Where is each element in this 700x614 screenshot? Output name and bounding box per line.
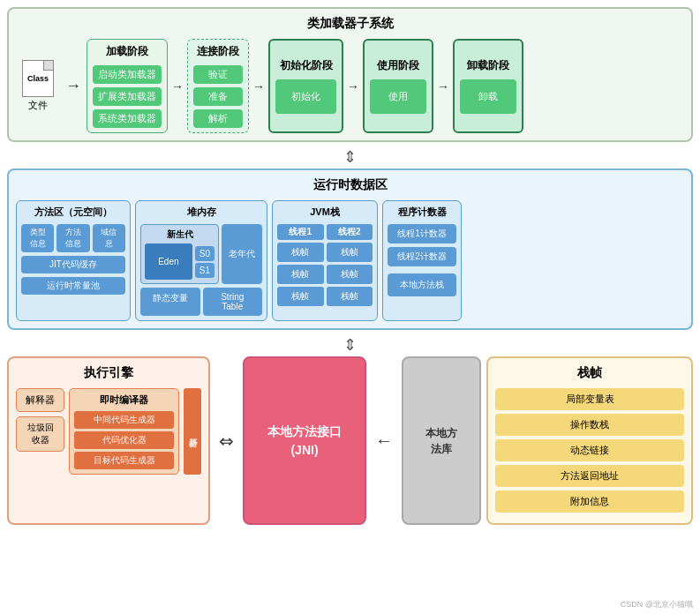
eden: Eden (145, 243, 192, 280)
runtime-inner: 方法区（元空间） 类型 信息 方法 信息 域信 息 JIT代码缓存 运行时常量池… (16, 200, 684, 321)
native-lib: 本地方 法库 (402, 356, 481, 525)
thread1-frame2: 栈帧 (277, 265, 324, 284)
young-inner: Eden S0 S1 (145, 243, 215, 280)
thread2-col: 线程2 栈帧 栈帧 栈帧 (327, 224, 373, 306)
old-gen: 老年代 (222, 224, 262, 284)
interpreter-label: 解释器 (24, 393, 56, 407)
phase-arrow-2: → (252, 79, 265, 94)
unload-phase: 卸载阶段 卸载 (453, 39, 523, 133)
connect-phase-title: 连接阶段 (197, 44, 239, 59)
unload-item-0: 卸载 (460, 79, 516, 114)
jvm-stack-title: JVM栈 (277, 206, 373, 219)
class-to-phases-arrow: → (65, 77, 81, 95)
connect-phase: 连接阶段 验证 准备 解析 (187, 39, 249, 133)
phase-arrow-3: → (347, 79, 359, 94)
method-area-jit: JIT代码缓存 (21, 256, 125, 273)
watermark: CSDN @北京小猫哦 (621, 599, 693, 610)
jit-item-1: 代码优化器 (74, 431, 174, 449)
class-loader-section: 类加载器子系统 Class 文件 → 加载阶段 启动类加载器 扩展类加载器 系统… (7, 7, 693, 142)
method-area-method: 方法 信息 (56, 224, 89, 252)
heap-bottom: 静态变量 String Table (140, 288, 262, 316)
exec-to-jni-arrow: ⇔ (215, 356, 237, 525)
class-file-box: Class 文件 (16, 60, 60, 112)
load-phase-title: 加载阶段 (106, 44, 148, 59)
stack-frame-item-3: 方法返回地址 (495, 465, 684, 487)
phases-container: 加载阶段 启动类加载器 扩展类加载器 系统类加载器 → 连接阶段 验证 准备 解… (87, 39, 684, 133)
jit-item-2: 目标代码生成器 (74, 452, 174, 469)
thread1-label: 线程1 (277, 224, 324, 240)
bottom-section: 执行引擎 解释器 垃圾回 收器 即时编译器 中间代码生成器 代码优化器 目标代码… (7, 356, 693, 525)
young-gen: 新生代 Eden S0 S1 (140, 224, 219, 284)
thread1-frame3: 栈帧 (277, 287, 324, 306)
jni-title: 本地方法接口 (JNI) (267, 423, 342, 460)
heap-string: String Table (203, 288, 263, 316)
jit-compiler: 即时编译器 中间代码生成器 代码优化器 目标代码生成器 (69, 388, 179, 475)
init-phase-title: 初始化阶段 (280, 58, 333, 73)
s-stack: S0 S1 (195, 246, 215, 278)
heap-static: 静态变量 (140, 288, 200, 316)
use-phase: 使用阶段 使用 (363, 39, 433, 133)
pc-title: 程序计数器 (388, 206, 456, 219)
thread2-label: 线程2 (327, 224, 373, 240)
heap-panel: 堆内存 新生代 Eden S0 S1 老年代 静态变量 (135, 200, 267, 321)
exec-engine-title: 执行引擎 (16, 365, 201, 381)
stack-frame-item-0: 局部变量表 (495, 388, 684, 410)
load-item-0: 启动类加载器 (93, 65, 162, 84)
heap-title: 堆内存 (140, 206, 262, 219)
class-loader-title: 类加载器子系统 (16, 16, 684, 32)
method-area-field: 域信 息 (93, 224, 125, 252)
native-lib-title: 本地方 法库 (425, 425, 457, 457)
threads-row: 线程1 栈帧 栈帧 栈帧 线程2 栈帧 栈帧 栈帧 (277, 224, 373, 306)
interpreter-box: 解释器 (16, 388, 64, 412)
method-area-type: 类型 信息 (21, 224, 54, 252)
connect-item-1: 准备 (193, 87, 243, 106)
exec-engine: 执行引擎 解释器 垃圾回 收器 即时编译器 中间代码生成器 代码优化器 目标代码… (7, 356, 210, 525)
runtime-section: 运行时数据区 方法区（元空间） 类型 信息 方法 信息 域信 息 JIT代码缓存… (7, 168, 693, 330)
top-to-mid-arrow: ⇕ (7, 147, 693, 167)
phase-arrow-1: → (171, 79, 184, 94)
unload-phase-title: 卸载阶段 (467, 58, 509, 73)
load-phase: 加载阶段 启动类加载器 扩展类加载器 系统类加载器 (87, 39, 168, 133)
thread1-col: 线程1 栈帧 栈帧 栈帧 (277, 224, 324, 306)
jit-item-0: 中间代码生成器 (74, 411, 174, 429)
pc-thread2: 线程2计数器 (388, 247, 456, 266)
class-file-top: Class (27, 74, 49, 84)
thread1-frame1: 栈帧 (277, 243, 324, 262)
stack-frame-item-2: 动态链接 (495, 439, 684, 461)
jit-title: 即时编译器 (74, 393, 174, 407)
method-area-row1: 类型 信息 方法 信息 域信 息 (21, 224, 125, 252)
init-item-0: 初始化 (275, 79, 336, 114)
class-loader-inner: Class 文件 → 加载阶段 启动类加载器 扩展类加载器 系统类加载器 → 连… (16, 39, 684, 133)
stack-frame-panel: 栈帧 局部变量表 操作数栈 动态链接 方法返回地址 附加信息 (486, 356, 693, 525)
phase-arrow-4: → (437, 79, 449, 94)
class-file-icon: Class (22, 60, 54, 97)
use-item-0: 使用 (370, 79, 426, 114)
load-item-2: 系统类加载器 (93, 109, 162, 128)
mid-to-bottom-arrow: ⇕ (7, 335, 693, 355)
jni-to-lib-arrow: ← (372, 356, 396, 525)
jvm-stack-panel: JVM栈 线程1 栈帧 栈帧 栈帧 线程2 栈帧 栈帧 栈帧 (272, 200, 378, 321)
connect-item-0: 验证 (193, 65, 243, 84)
exec-gc-row: 解释器 垃圾回 收器 (16, 388, 64, 475)
pc-thread1: 线程1计数器 (388, 224, 456, 243)
thread2-frame3: 栈帧 (327, 287, 373, 306)
pc-panel: 程序计数器 线程1计数器 线程2计数器 本地方法栈 (382, 200, 462, 321)
analyzer-tag: 分析器 (184, 388, 201, 475)
runtime-title: 运行时数据区 (16, 177, 684, 193)
s1: S1 (195, 263, 215, 278)
method-area-title: 方法区（元空间） (21, 206, 125, 219)
connect-item-2: 解析 (193, 109, 243, 128)
young-title: 新生代 (145, 228, 215, 241)
stack-frame-item-4: 附加信息 (495, 490, 684, 513)
class-file-label: 文件 (28, 99, 48, 112)
stack-frame-title: 栈帧 (495, 365, 684, 381)
use-phase-title: 使用阶段 (377, 58, 419, 73)
method-area-panel: 方法区（元空间） 类型 信息 方法 信息 域信 息 JIT代码缓存 运行时常量池 (16, 200, 131, 321)
method-area-pool: 运行时常量池 (21, 277, 125, 295)
exec-inner: 解释器 垃圾回 收器 即时编译器 中间代码生成器 代码优化器 目标代码生成器 分… (16, 388, 201, 475)
stack-frame-item-1: 操作数栈 (495, 414, 684, 436)
load-item-1: 扩展类加载器 (93, 87, 162, 106)
thread2-frame1: 栈帧 (327, 243, 373, 262)
jni-box: 本地方法接口 (JNI) (243, 356, 366, 525)
s0: S0 (195, 246, 215, 261)
